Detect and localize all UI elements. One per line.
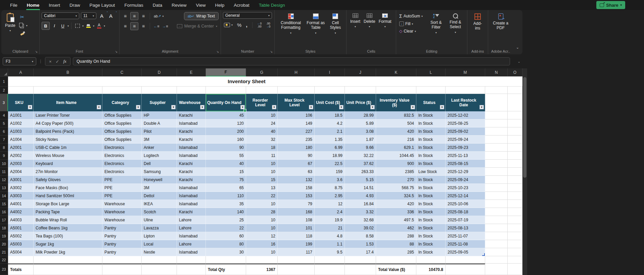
increase-font-size-button[interactable]: Aˆ <box>98 12 105 19</box>
cell-D10[interactable]: Dell <box>142 160 177 168</box>
table-header-I3[interactable]: Unit Cost ($)▾ <box>315 94 345 111</box>
format-painter-button[interactable] <box>19 31 29 36</box>
cell-J6[interactable]: 3.08 <box>345 127 376 135</box>
increase-indent-button[interactable]: →≡ <box>162 22 169 30</box>
cell-K5[interactable]: 504 <box>376 119 416 127</box>
cell-I18[interactable]: 21 <box>315 224 345 232</box>
cell-N22[interactable] <box>485 256 508 264</box>
cell-J10[interactable]: 37.62 <box>345 160 376 168</box>
cell-L22[interactable] <box>416 256 446 264</box>
cell-L6[interactable]: In Stock <box>416 127 446 135</box>
bold-button[interactable]: B <box>42 22 50 30</box>
row-header-10[interactable]: 10 <box>0 160 8 168</box>
row-header-12[interactable]: 12 <box>0 176 8 184</box>
menu-tab-review[interactable]: Review <box>167 0 191 10</box>
decrease-decimal-button[interactable]: .00→0 <box>265 21 271 29</box>
cell-D18[interactable]: Lavazza <box>142 224 177 232</box>
cell-A4[interactable]: A1001 <box>8 111 34 119</box>
dialog-launcher-icon[interactable]: ↘ <box>35 50 38 53</box>
accounting-format-button[interactable]: ▾ <box>223 22 234 28</box>
cell-E10[interactable]: Karachi <box>177 160 206 168</box>
cell-E5[interactable]: Islamabad <box>177 119 206 127</box>
cell-G19[interactable]: 12 <box>246 232 278 240</box>
cell-K23[interactable]: Total Value ($) <box>376 264 416 275</box>
cell-K9[interactable]: 1044.45 <box>376 152 416 160</box>
cell-E15[interactable]: Islamabad <box>177 200 206 208</box>
cell-C11[interactable]: Electronics <box>102 168 142 176</box>
cell-K15[interactable]: 420 <box>376 200 416 208</box>
cell-I8[interactable]: 6.99 <box>315 144 345 152</box>
cell-I7[interactable]: 1.35 <box>315 135 345 144</box>
cell-A15[interactable]: A4001 <box>8 200 34 208</box>
cell-N20[interactable] <box>485 240 508 248</box>
cell-J11[interactable]: 263.33 <box>345 168 376 176</box>
cell-O9[interactable] <box>508 152 522 160</box>
cell-N23[interactable] <box>485 264 508 275</box>
cell-A19[interactable]: A5002 <box>8 232 34 240</box>
cell-L15[interactable]: In Stock <box>416 200 446 208</box>
cell-E20[interactable]: Lahore <box>177 240 206 248</box>
cell-J19[interactable]: 8.58 <box>345 232 376 240</box>
column-header-O[interactable]: O <box>508 68 522 76</box>
row-header-2[interactable]: 2 <box>0 87 8 94</box>
fill-color-button[interactable] <box>85 22 92 30</box>
cell-O6[interactable] <box>508 127 522 135</box>
enter-icon[interactable]: ✓ <box>56 59 59 64</box>
column-header-A[interactable]: A <box>8 68 34 76</box>
cell-D17[interactable]: Uline <box>142 216 177 224</box>
cell-C2[interactable] <box>102 87 142 94</box>
cell-H20[interactable]: 199 <box>278 240 315 248</box>
cell-L21[interactable]: In Stock <box>416 248 446 256</box>
cell-M23[interactable] <box>446 264 485 275</box>
share-button[interactable]: Share ▾ <box>596 1 625 9</box>
cell-D19[interactable]: Lipton <box>142 232 177 240</box>
cell-K19[interactable]: 288 <box>376 232 416 240</box>
cell-N3[interactable] <box>485 94 508 111</box>
row-header-20[interactable]: 20 <box>0 240 8 248</box>
cell-O14[interactable] <box>508 192 522 200</box>
table-header-L3[interactable]: Status▾ <box>416 94 446 111</box>
cell-E19[interactable]: Islamabad <box>177 232 206 240</box>
cell-F8[interactable]: 90 <box>206 144 246 152</box>
cell-O13[interactable] <box>508 184 522 192</box>
cell-G6[interactable]: 40 <box>246 127 278 135</box>
cell-B6[interactable]: Ballpoint Pens (Pack) <box>34 127 102 135</box>
menu-tab-insert[interactable]: Insert <box>44 0 65 10</box>
cell-J22[interactable] <box>345 256 376 264</box>
cell-G11[interactable]: 10 <box>246 168 278 176</box>
cell-H21[interactable]: 117 <box>278 248 315 256</box>
cell-G23[interactable]: 1367 <box>246 264 278 275</box>
cell-L8[interactable]: In Stock <box>416 144 446 152</box>
cell-F5[interactable]: 120 <box>206 119 246 127</box>
cell-K7[interactable]: 216 <box>376 135 416 144</box>
cell-M17[interactable]: 2025-07-19 <box>446 216 485 224</box>
cell-E12[interactable]: Karachi <box>177 176 206 184</box>
cell-A20[interactable]: A5003 <box>8 240 34 248</box>
filter-button[interactable]: ▾ <box>200 105 204 109</box>
menu-tab-draw[interactable]: Draw <box>65 0 85 10</box>
cell-L19[interactable]: In Stock <box>416 232 446 240</box>
cell-M6[interactable]: 2025-09-02 <box>446 127 485 135</box>
cell-O11[interactable] <box>508 168 522 176</box>
cell-A22[interactable] <box>8 256 34 264</box>
cell-N9[interactable] <box>485 152 508 160</box>
column-header-N[interactable]: N <box>485 68 508 76</box>
autosum-button[interactable]: ΣAutoSum▾ <box>398 13 424 19</box>
cell-J2[interactable] <box>345 87 376 94</box>
cell-B8[interactable]: USB-C Cable 1m <box>34 144 102 152</box>
cell-B17[interactable]: Bubble Wrap Roll <box>34 216 102 224</box>
cell-M16[interactable]: 2025-08-18 <box>446 208 485 216</box>
cell-F12[interactable]: 75 <box>206 176 246 184</box>
cell-B22[interactable] <box>34 256 102 264</box>
cell-F17[interactable]: 25 <box>206 216 246 224</box>
row-header-9[interactable]: 9 <box>0 152 8 160</box>
cell-K14[interactable]: 324.5 <box>376 192 416 200</box>
cell-B2[interactable] <box>34 87 102 94</box>
cell-G9[interactable]: 11 <box>246 152 278 160</box>
table-header-A3[interactable]: SKU▾ <box>8 94 34 111</box>
cell-B9[interactable]: Wireless Mouse <box>34 152 102 160</box>
cell-N15[interactable] <box>485 200 508 208</box>
table-header-M3[interactable]: Last Restock Date▾ <box>446 94 485 111</box>
cell-I9[interactable]: 18.99 <box>315 152 345 160</box>
cell-M20[interactable]: 2025-11-08 <box>446 240 485 248</box>
